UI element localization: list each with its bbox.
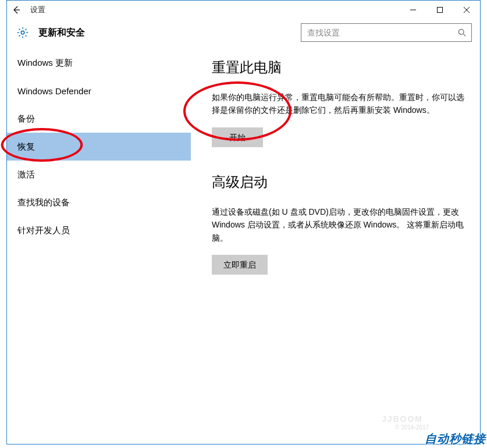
settings-window: 设置 更新和安全 — [6, 0, 481, 445]
search-box[interactable] — [301, 23, 472, 42]
back-button[interactable] — [7, 1, 26, 19]
section-title-reset: 重置此电脑 — [212, 58, 465, 77]
sidebar-item-activation[interactable]: 激活 — [7, 161, 191, 189]
svg-point-5 — [21, 31, 24, 34]
sidebar-item-windows-defender[interactable]: Windows Defender — [7, 77, 191, 105]
section-advanced-startup: 高级启动 通过设备或磁盘(如 U 盘或 DVD)启动，更改你的电脑固件设置，更改… — [212, 173, 465, 275]
search-input[interactable] — [301, 28, 453, 37]
body: Windows 更新 Windows Defender 备份 恢复 激活 查找我… — [7, 47, 480, 444]
titlebar: 设置 — [7, 1, 480, 19]
sidebar-item-windows-update[interactable]: Windows 更新 — [7, 49, 191, 77]
category-title: 更新和安全 — [38, 27, 85, 39]
sidebar-item-find-my-device[interactable]: 查找我的设备 — [7, 189, 191, 216]
back-arrow-icon — [12, 5, 21, 15]
svg-line-7 — [463, 34, 465, 36]
section-desc-reset: 如果你的电脑运行异常，重置电脑可能会有所帮助。重置时，你可以选择是保留你的文件还… — [212, 91, 465, 117]
sidebar-item-recovery[interactable]: 恢复 — [7, 133, 191, 161]
gear-icon — [16, 26, 29, 39]
maximize-icon — [437, 7, 443, 13]
maximize-button[interactable] — [426, 1, 453, 19]
close-icon — [464, 7, 470, 13]
section-desc-advanced: 通过设备或磁盘(如 U 盘或 DVD)启动，更改你的电脑固件设置，更改 Wind… — [212, 205, 465, 244]
window-controls — [400, 1, 480, 19]
sidebar-item-backup[interactable]: 备份 — [7, 105, 191, 133]
close-button[interactable] — [453, 1, 480, 19]
content-pane: 重置此电脑 如果你的电脑运行异常，重置电脑可能会有所帮助。重置时，你可以选择是保… — [191, 47, 480, 444]
header: 更新和安全 — [7, 19, 480, 47]
minimize-icon — [410, 7, 416, 13]
restart-now-button[interactable]: 立即重启 — [212, 255, 268, 275]
section-title-advanced: 高级启动 — [212, 173, 465, 191]
sidebar-item-for-developers[interactable]: 针对开发人员 — [7, 216, 191, 244]
section-reset-pc: 重置此电脑 如果你的电脑运行异常，重置电脑可能会有所帮助。重置时，你可以选择是保… — [212, 58, 465, 147]
reset-start-button[interactable]: 开始 — [212, 127, 263, 147]
search-button[interactable] — [453, 24, 471, 41]
svg-rect-2 — [438, 7, 443, 12]
minimize-button[interactable] — [400, 1, 426, 19]
window-title: 设置 — [30, 5, 45, 15]
sidebar: Windows 更新 Windows Defender 备份 恢复 激活 查找我… — [7, 47, 191, 444]
svg-point-6 — [458, 29, 464, 34]
search-icon — [458, 29, 466, 37]
